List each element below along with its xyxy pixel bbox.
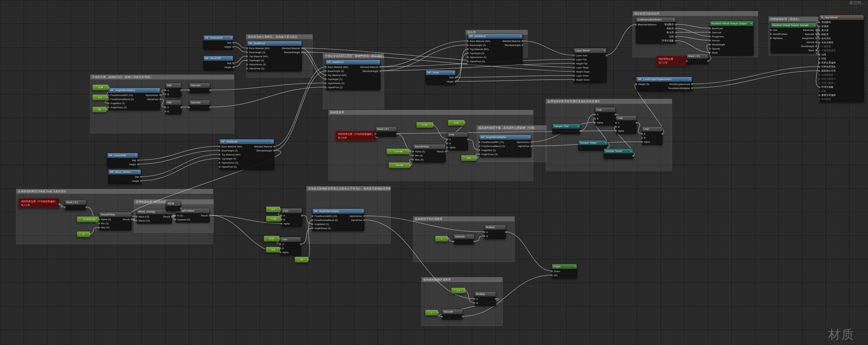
- output-pin[interactable]: [273, 150, 275, 151]
- graph-node[interactable]: Grass▾GrassDirt: [552, 264, 577, 278]
- input-pin[interactable]: [188, 107, 190, 108]
- wire[interactable]: [302, 215, 313, 224]
- graph-node[interactable]: Sample 'Slope'▾: [578, 140, 608, 150]
- input-pin[interactable]: [312, 219, 313, 221]
- output-pin[interactable]: [364, 219, 365, 221]
- graph-node[interactable]: LerpABAlpha: [616, 115, 637, 134]
- wire[interactable]: [233, 56, 247, 63]
- input-pin[interactable]: [770, 33, 772, 35]
- output-pin[interactable]: [307, 259, 309, 261]
- input-pin[interactable]: [246, 47, 248, 49]
- graph-node[interactable]: GetMaterialAttributes▾MaterialAttributes…: [636, 17, 676, 44]
- output-pin[interactable]: [301, 51, 303, 53]
- graph-node[interactable]: MF_MatBlend▾Base Material (MA)Blended Ma…: [326, 60, 380, 90]
- input-pin[interactable]: [98, 218, 100, 220]
- output-pin[interactable]: [462, 316, 464, 317]
- wire[interactable]: [274, 67, 326, 146]
- input-pin[interactable]: [573, 79, 575, 80]
- wire[interactable]: [816, 42, 819, 55]
- output-pin[interactable]: [232, 66, 234, 68]
- input-pin[interactable]: [818, 94, 820, 96]
- input-pin[interactable]: [325, 66, 327, 68]
- input-pin[interactable]: [467, 57, 469, 58]
- input-pin[interactable]: [615, 122, 617, 124]
- input-pin[interactable]: [136, 216, 137, 217]
- world-position-node[interactable]: 绝对世界位置（不包括材质偏移）输入向量: [336, 131, 376, 141]
- output-pin[interactable]: [159, 98, 161, 100]
- output-pin[interactable]: [180, 107, 182, 108]
- input-pin[interactable]: [281, 223, 282, 225]
- input-pin[interactable]: [219, 146, 220, 147]
- output-pin[interactable]: [437, 312, 439, 313]
- wire[interactable]: [455, 75, 574, 77]
- output-pin[interactable]: [467, 139, 469, 140]
- graph-node[interactable]: SmoothStepAlpha (S)ResultMin (S)Max (S): [99, 212, 132, 230]
- output-pin[interactable]: [432, 124, 434, 126]
- output-pin[interactable]: [675, 36, 677, 38]
- input-pin[interactable]: [573, 75, 575, 76]
- graph-node[interactable]: MF_Moss_Stones▾MatHeight: [108, 169, 141, 184]
- wire[interactable]: [467, 139, 479, 150]
- output-pin[interactable]: [300, 243, 302, 245]
- output-pin[interactable]: [89, 233, 91, 235]
- output-pin[interactable]: [131, 218, 132, 220]
- input-pin[interactable]: [478, 149, 480, 151]
- output-pin[interactable]: [209, 90, 211, 91]
- wire[interactable]: [233, 42, 247, 48]
- input-pin[interactable]: [818, 42, 820, 43]
- output-pin[interactable]: [455, 77, 456, 78]
- input-pin[interactable]: [175, 219, 176, 220]
- graph-node[interactable]: MF_Snow▾MatHeight: [426, 70, 456, 84]
- wire[interactable]: [160, 99, 165, 107]
- output-pin[interactable]: [379, 66, 381, 68]
- input-pin[interactable]: [818, 78, 820, 80]
- input-pin[interactable]: [770, 29, 772, 31]
- input-pin[interactable]: [709, 32, 711, 33]
- graph-node[interactable]: LerpABAlpha: [447, 132, 468, 150]
- constant-node[interactable]: 0.47: [264, 236, 280, 242]
- output-pin[interactable]: [632, 155, 634, 157]
- input-pin[interactable]: [325, 87, 327, 88]
- output-pin[interactable]: [273, 146, 275, 147]
- input-pin[interactable]: [641, 141, 643, 143]
- graph-node[interactable]: Sample 'Snow'▾: [604, 148, 633, 159]
- input-pin[interactable]: [446, 143, 448, 144]
- output-pin[interactable]: [396, 133, 398, 135]
- input-pin[interactable]: [64, 206, 66, 208]
- input-pin[interactable]: [280, 251, 281, 253]
- graph-node[interactable]: MF_LandscapeDisplacement▾Height (S)World…: [637, 77, 692, 91]
- wire[interactable]: [306, 220, 313, 260]
- output-pin[interactable]: [707, 60, 709, 62]
- graph-node[interactable]: MF_MatBlend▾Base Material (MA)Blended Ma…: [247, 41, 302, 71]
- output-pin[interactable]: [171, 216, 173, 217]
- input-pin[interactable]: [441, 316, 443, 317]
- wire[interactable]: [606, 24, 636, 55]
- input-pin[interactable]: [412, 155, 414, 157]
- wire[interactable]: [396, 131, 616, 134]
- wire[interactable]: [210, 87, 326, 107]
- input-pin[interactable]: [325, 74, 327, 76]
- input-pin[interactable]: [818, 46, 820, 47]
- output-pin[interactable]: [522, 40, 523, 42]
- constant-node[interactable]: 7.1e+04: [386, 148, 410, 154]
- constant-node[interactable]: 0.15: [448, 120, 465, 126]
- constant-node[interactable]: 1: [425, 310, 438, 316]
- output-pin[interactable]: [675, 32, 677, 33]
- input-pin[interactable]: [312, 228, 313, 229]
- wire[interactable]: [522, 41, 574, 55]
- input-pin[interactable]: [246, 51, 248, 53]
- output-pin[interactable]: [495, 298, 497, 300]
- output-pin[interactable]: [301, 215, 303, 216]
- graph-node[interactable]: Blend_OverlayBase (V3)ResultBlend (V3): [136, 209, 172, 223]
- input-pin[interactable]: [818, 50, 820, 51]
- input-pin[interactable]: [641, 133, 643, 135]
- input-pin[interactable]: [446, 139, 448, 140]
- input-pin[interactable]: [709, 28, 711, 29]
- graph-node[interactable]: Sample 'Flat'▾: [552, 124, 580, 134]
- graph-node[interactable]: Runtime Virtual Texture Sample▾UVsBaseCo…: [771, 23, 816, 53]
- input-pin[interactable]: [453, 241, 454, 242]
- input-pin[interactable]: [312, 223, 313, 225]
- input-pin[interactable]: [709, 48, 711, 49]
- output-pin[interactable]: [815, 29, 817, 31]
- input-pin[interactable]: [709, 52, 711, 54]
